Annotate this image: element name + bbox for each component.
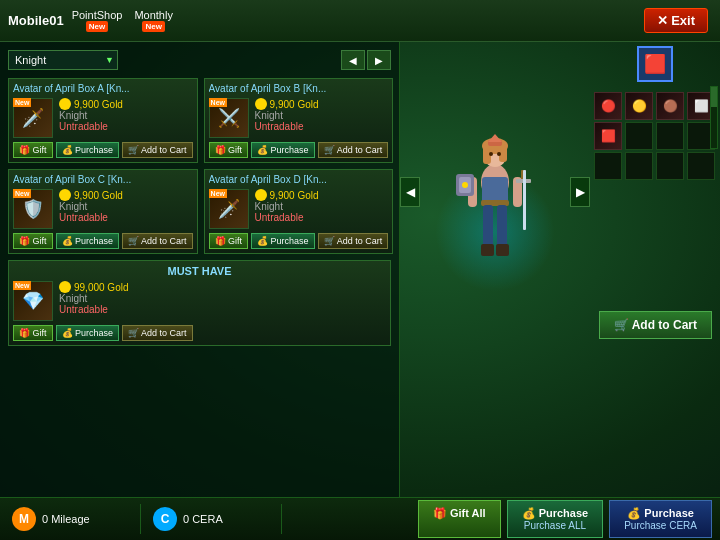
gift-button-d[interactable]: 🎁 Gift	[209, 233, 249, 249]
purchase-all-button[interactable]: 💰 Purchase Purchase ALL	[507, 500, 604, 538]
item-actions-a: 🎁 Gift 💰 Purchase 🛒 Add to Cart	[13, 142, 193, 158]
item-price-d: 9,900 Gold	[255, 189, 389, 201]
header: Mobile01 PointShop New Monthly New ✕ Exi…	[0, 0, 720, 42]
equip-slot-5[interactable]	[625, 122, 653, 150]
equip-slot-4[interactable]: 🟥	[594, 122, 622, 150]
next-page-button[interactable]: ▶	[367, 50, 391, 70]
gift-all-label: 🎁 Gift All	[433, 507, 486, 520]
must-have-tradable: Untradable	[59, 304, 386, 315]
equip-slot-10[interactable]	[656, 152, 684, 180]
char-next-button[interactable]: ▶	[570, 177, 590, 207]
purchase-button-d[interactable]: 💰 Purchase	[251, 233, 315, 249]
monthly-new: New	[142, 21, 164, 32]
gift-all-button[interactable]: 🎁 Gift All	[418, 500, 501, 538]
item-actions-c: 🎁 Gift 💰 Purchase 🛒 Add to Cart	[13, 233, 193, 249]
item-info-a: 9,900 Gold Knight Untradable	[59, 98, 193, 132]
item-tradable-c: Untradable	[59, 212, 193, 223]
selected-item-slot[interactable]: 🟥	[637, 46, 673, 82]
cera-value: 0 CERA	[183, 513, 223, 525]
gift-button-a[interactable]: 🎁 Gift	[13, 142, 53, 158]
gift-button-c[interactable]: 🎁 Gift	[13, 233, 53, 249]
gold-icon-mh	[59, 281, 71, 293]
mileage-value: 0 Mileage	[42, 513, 90, 525]
class-filter-wrapper: Knight Fighter Mage Archer ▼	[8, 50, 118, 70]
must-have-class: Knight	[59, 293, 386, 304]
equip-slot-0[interactable]: 🔴	[594, 92, 622, 120]
exit-button[interactable]: ✕ Exit	[644, 8, 708, 33]
character-sprite	[450, 122, 540, 302]
item-content-d: New 🗡️ 9,900 Gold Knight Untradable	[209, 189, 389, 229]
nav-badges: PointShop New Monthly New	[72, 9, 173, 32]
prev-page-button[interactable]: ◀	[341, 50, 365, 70]
equip-slot-1[interactable]: 🟡	[625, 92, 653, 120]
item-title-c: Avatar of April Box C [Kn...	[13, 174, 193, 185]
svg-rect-10	[496, 244, 509, 256]
item-icon-d: New 🗡️	[209, 189, 249, 229]
nav-point-shop[interactable]: PointShop New	[72, 9, 123, 32]
mileage-section: M 0 Mileage	[0, 507, 140, 531]
item-price-b: 9,900 Gold	[255, 98, 389, 110]
svg-point-20	[497, 152, 501, 156]
logo-text: Mobile01	[8, 13, 64, 28]
equip-slot-6[interactable]	[656, 122, 684, 150]
monthly-label: Monthly	[134, 9, 173, 21]
svg-point-19	[489, 152, 493, 156]
item-actions-d: 🎁 Gift 💰 Purchase 🛒 Add to Cart	[209, 233, 389, 249]
must-have-new-badge: New	[13, 281, 31, 290]
add-to-cart-button[interactable]: 🛒 Add to Cart	[599, 311, 712, 339]
purchase-all-sub: Purchase ALL	[524, 520, 586, 531]
equip-slot-2[interactable]: 🟤	[656, 92, 684, 120]
pagination-arrows: ◀ ▶	[341, 50, 391, 70]
purchase-button-c[interactable]: 💰 Purchase	[56, 233, 120, 249]
svg-rect-7	[483, 205, 493, 250]
left-panel: Knight Fighter Mage Archer ▼ ◀ ▶ Avatar …	[0, 42, 400, 497]
item-box-a: Avatar of April Box A [Kn... New 🗡️ 9,90…	[8, 78, 198, 163]
must-have-info: 99,000 Gold Knight Untradable	[59, 281, 386, 315]
gift-button-mh[interactable]: 🎁 Gift	[13, 325, 53, 341]
point-shop-label: PointShop	[72, 9, 123, 21]
purchase-button-a[interactable]: 💰 Purchase	[56, 142, 120, 158]
gift-button-b[interactable]: 🎁 Gift	[209, 142, 249, 158]
right-panel: ◀	[400, 42, 720, 497]
new-badge-d: New	[209, 189, 227, 198]
equip-slot-9[interactable]	[625, 152, 653, 180]
item-info-c: 9,900 Gold Knight Untradable	[59, 189, 193, 223]
gold-icon-c	[59, 189, 71, 201]
footer-divider-2	[281, 504, 282, 534]
addcart-button-a[interactable]: 🛒 Add to Cart	[122, 142, 193, 158]
main-content: Knight Fighter Mage Archer ▼ ◀ ▶ Avatar …	[0, 42, 720, 497]
mileage-icon: M	[12, 507, 36, 531]
item-class-b: Knight	[255, 110, 389, 121]
character-display	[425, 72, 565, 312]
gold-icon-b	[255, 98, 267, 110]
inventory-scrollbar[interactable]	[710, 86, 718, 149]
item-info-b: 9,900 Gold Knight Untradable	[255, 98, 389, 132]
equip-slot-8[interactable]	[594, 152, 622, 180]
char-prev-button[interactable]: ◀	[400, 177, 420, 207]
character-area: ◀	[400, 42, 590, 342]
svg-rect-8	[497, 205, 507, 250]
item-content-c: New 🛡️ 9,900 Gold Knight Untradable	[13, 189, 193, 229]
addcart-button-mh[interactable]: 🛒 Add to Cart	[122, 325, 193, 341]
footer-buttons: 🎁 Gift All 💰 Purchase Purchase ALL 💰 Pur…	[418, 500, 720, 538]
scrollbar-thumb	[711, 87, 717, 107]
cera-section: C 0 CERA	[141, 507, 281, 531]
svg-rect-6	[481, 200, 509, 206]
must-have-price: 99,000 Gold	[59, 281, 386, 293]
purchase-button-mh[interactable]: 💰 Purchase	[56, 325, 120, 341]
addcart-button-b[interactable]: 🛒 Add to Cart	[318, 142, 389, 158]
item-box-c: Avatar of April Box C [Kn... New 🛡️ 9,90…	[8, 169, 198, 254]
addcart-button-d[interactable]: 🛒 Add to Cart	[318, 233, 389, 249]
equip-slot-11[interactable]	[687, 152, 715, 180]
gold-icon-a	[59, 98, 71, 110]
nav-monthly[interactable]: Monthly New	[134, 9, 173, 32]
purchase-button-b[interactable]: 💰 Purchase	[251, 142, 315, 158]
addcart-button-c[interactable]: 🛒 Add to Cart	[122, 233, 193, 249]
item-tradable-b: Untradable	[255, 121, 389, 132]
purchase-cera-button[interactable]: 💰 Purchase Purchase CERA	[609, 500, 712, 538]
gold-icon-d	[255, 189, 267, 201]
item-class-a: Knight	[59, 110, 193, 121]
class-filter[interactable]: Knight Fighter Mage Archer	[8, 50, 118, 70]
new-badge-b: New	[209, 98, 227, 107]
point-shop-new: New	[86, 21, 108, 32]
